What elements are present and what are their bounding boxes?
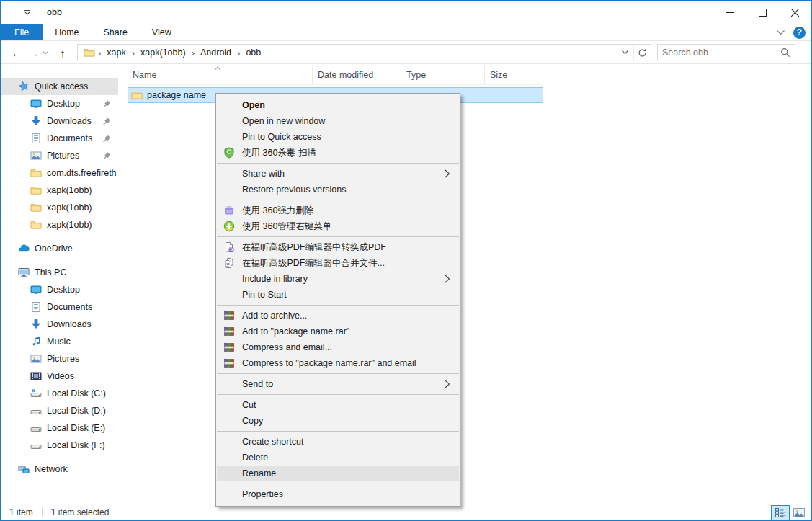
- folder-icon: [30, 202, 42, 213]
- sidebar-item-pictures[interactable]: Pictures: [1, 147, 118, 164]
- search-icon[interactable]: [780, 48, 790, 58]
- sidebar-item-label: Local Disk (C:): [47, 388, 106, 398]
- sidebar: Quick accessDesktopDownloadsDocumentsPic…: [1, 64, 118, 504]
- window-controls: [714, 1, 811, 24]
- pictures-icon: [30, 353, 42, 365]
- thumb-view-button[interactable]: [790, 505, 808, 520]
- breadcrumb-chevron-icon[interactable]: ›: [190, 48, 196, 58]
- tab-share[interactable]: Share: [92, 24, 140, 40]
- sidebar-item-this-pc[interactable]: This PC: [1, 264, 118, 281]
- menu-item-compress-to-package-name-rar-and-email[interactable]: Compress to "package name.rar" and email: [217, 355, 459, 371]
- tab-view[interactable]: View: [140, 24, 184, 40]
- menu-item-restore-previous-versions[interactable]: Restore previous versions: [217, 182, 459, 197]
- file-name: package name: [147, 90, 206, 100]
- sidebar-item-onedrive[interactable]: OneDrive: [1, 240, 118, 257]
- pin-icon: [102, 117, 111, 125]
- menu-item-label: Cut: [242, 400, 256, 410]
- menu-item-send-to[interactable]: Send to: [217, 376, 459, 392]
- sidebar-item-network[interactable]: Network: [1, 460, 118, 478]
- up-button-icon[interactable]: ↑: [54, 47, 71, 59]
- back-button-icon[interactable]: ←: [8, 47, 25, 59]
- menu-separator: [217, 200, 459, 200]
- breadcrumb-item[interactable]: xapk: [102, 45, 130, 61]
- menu-item-create-shortcut[interactable]: Create shortcut: [217, 434, 459, 450]
- refresh-icon[interactable]: [633, 45, 651, 61]
- menu-item-label: 使用 360杀毒 扫描: [242, 147, 316, 159]
- address-bar[interactable]: ›xapk›xapk(1obb)›Android›obb: [77, 44, 651, 61]
- column-header-size[interactable]: Size: [485, 66, 543, 84]
- menu-item-使用-360管理右键菜单[interactable]: 使用 360管理右键菜单: [217, 218, 459, 234]
- menu-item-label: 在福昕高级PDF编辑器中转换成PDF: [242, 241, 386, 254]
- sidebar-item-local-disk-c-[interactable]: Local Disk (C:): [1, 385, 118, 402]
- breadcrumb-chevron-icon[interactable]: ›: [236, 48, 241, 58]
- menu-item-label: 在福昕高级PDF编辑器中合并文件...: [242, 257, 385, 270]
- menu-item-open[interactable]: Open: [217, 97, 459, 113]
- ribbon-tab-bar: FileHomeShareView: [1, 24, 811, 41]
- menu-item-open-in-new-window[interactable]: Open in new window: [217, 113, 459, 129]
- sidebar-item-label: Local Disk (F:): [47, 440, 105, 450]
- sidebar-item-desktop[interactable]: Desktop: [1, 95, 118, 112]
- sidebar-item-desktop[interactable]: Desktop: [1, 281, 118, 298]
- menu-item-add-to-package-name-rar[interactable]: Add to "package name.rar": [217, 324, 459, 339]
- sidebar-item-quick-access[interactable]: Quick access: [1, 78, 118, 95]
- desktop-icon: [30, 284, 42, 295]
- column-header-type[interactable]: Type: [401, 66, 485, 84]
- qat-separator: [37, 6, 37, 18]
- sidebar-item-local-disk-d-[interactable]: Local Disk (D:): [1, 402, 118, 419]
- address-dropdown-icon[interactable]: [616, 45, 633, 61]
- sidebar-item-pictures[interactable]: Pictures: [1, 350, 118, 368]
- forward-button-icon[interactable]: →: [25, 47, 43, 59]
- tab-home[interactable]: Home: [43, 24, 91, 40]
- sidebar-item-xapk-1obb-[interactable]: xapk(1obb): [1, 199, 118, 216]
- customize-toolbar-arrow-icon[interactable]: [23, 10, 32, 15]
- sidebar-item-xapk-1obb-[interactable]: xapk(1obb): [1, 182, 118, 199]
- minimize-button[interactable]: [714, 1, 746, 24]
- breadcrumb-item[interactable]: obb: [241, 45, 265, 61]
- sidebar-item-xapk-1obb-[interactable]: xapk(1obb): [1, 216, 118, 233]
- column-header-date-modified[interactable]: Date modified: [313, 66, 401, 84]
- quick-access-toolbar: [1, 6, 40, 18]
- breadcrumb-item[interactable]: Android: [196, 45, 236, 61]
- maximize-button[interactable]: [746, 1, 779, 24]
- breadcrumb-item[interactable]: xapk(1obb): [136, 45, 190, 61]
- sidebar-item-music[interactable]: Music: [1, 333, 118, 350]
- folder-icon: [30, 219, 42, 231]
- menu-item-rename[interactable]: Rename: [217, 466, 459, 481]
- ribbon-collapse-icon[interactable]: [777, 30, 785, 35]
- submenu-arrow-icon: [442, 379, 452, 389]
- menu-item-delete[interactable]: Delete: [217, 450, 459, 466]
- documents-icon: [30, 301, 42, 313]
- recent-locations-icon[interactable]: [43, 51, 54, 55]
- sidebar-item-com-dts-freefireth[interactable]: com.dts.freefireth: [1, 164, 118, 182]
- menu-item-add-to-archive[interactable]: Add to archive...: [217, 308, 459, 324]
- menu-item-使用-360强力删除[interactable]: 使用 360强力删除: [217, 202, 459, 218]
- tab-file[interactable]: File: [1, 24, 43, 40]
- close-button[interactable]: [779, 1, 811, 24]
- breadcrumb-chevron-icon[interactable]: ›: [97, 48, 102, 58]
- menu-item-compress-and-email[interactable]: Compress and email...: [217, 339, 459, 355]
- search-box: [657, 44, 795, 61]
- breadcrumb-chevron-icon[interactable]: ›: [130, 48, 136, 58]
- column-header-name[interactable]: Name: [128, 66, 313, 84]
- menu-item-include-in-library[interactable]: Include in library: [217, 271, 459, 287]
- menu-item-使用-360杀毒-扫描[interactable]: 使用 360杀毒 扫描: [217, 145, 459, 161]
- menu-item-properties[interactable]: Properties: [217, 486, 459, 502]
- help-icon[interactable]: ?: [793, 27, 806, 39]
- sidebar-item-documents[interactable]: Documents: [1, 298, 118, 316]
- details-view-button[interactable]: [771, 505, 790, 520]
- menu-item-在福昕高级pdf编辑器中转换成pdf[interactable]: 在福昕高级PDF编辑器中转换成PDF: [217, 239, 459, 255]
- sidebar-item-documents[interactable]: Documents: [1, 130, 118, 147]
- menu-item-label: Create shortcut: [242, 437, 303, 447]
- menu-item-cut[interactable]: Cut: [217, 397, 459, 413]
- menu-item-在福昕高级pdf编辑器中合并文件[interactable]: 在福昕高级PDF编辑器中合并文件...: [217, 255, 459, 271]
- sidebar-item-local-disk-f-[interactable]: Local Disk (F:): [1, 437, 118, 454]
- sidebar-item-local-disk-e-[interactable]: Local Disk (E:): [1, 419, 118, 437]
- sidebar-item-downloads[interactable]: Downloads: [1, 316, 118, 333]
- menu-item-share-with[interactable]: Share with: [217, 166, 459, 182]
- sidebar-item-videos[interactable]: Videos: [1, 368, 118, 385]
- menu-item-pin-to-start[interactable]: Pin to Start: [217, 287, 459, 303]
- menu-item-copy[interactable]: Copy: [217, 413, 459, 429]
- sidebar-item-downloads[interactable]: Downloads: [1, 112, 118, 130]
- search-input[interactable]: [662, 48, 780, 58]
- menu-item-pin-to-quick-access[interactable]: Pin to Quick access: [217, 129, 459, 145]
